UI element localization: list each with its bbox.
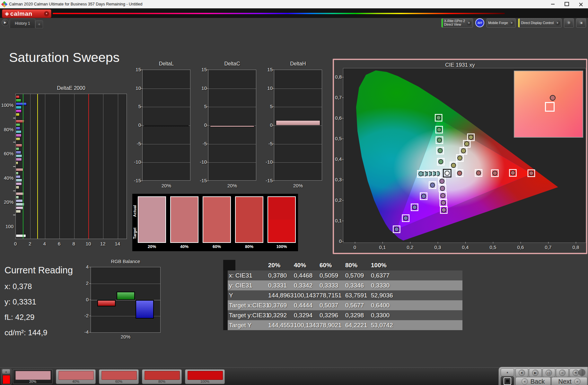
current-reading-block: Current Reading x: 0,378y: 0,3331fL: 42,…: [4, 265, 73, 337]
display-popup-button[interactable]: ▲: [501, 368, 514, 376]
current-patch-swatch: [3, 375, 10, 384]
cie-ytick: [342, 77, 344, 77]
deltae-xtick-label: 10: [84, 241, 92, 246]
deltae-refline: [23, 94, 23, 239]
inset-target-point-icon: [545, 102, 555, 112]
next-button[interactable]: Next »: [551, 377, 587, 385]
pattern-window-button[interactable]: [501, 376, 514, 385]
patch-button-100%[interactable]: 100%: [185, 369, 225, 384]
patch-popup-button[interactable]: ▲: [2, 369, 10, 374]
gridline: [208, 89, 256, 89]
mini-ytick: [273, 70, 274, 70]
mini-ytick: [141, 162, 143, 162]
mini-ytick-label: 0: [197, 122, 207, 128]
deltae-bar-60%-4: [16, 158, 22, 161]
mini-xlabel: 20%: [208, 183, 256, 188]
play-button[interactable]: ▶: [529, 368, 542, 377]
patch-button-60%[interactable]: 60%: [99, 369, 139, 384]
mini-ytick: [207, 162, 208, 162]
meter-dropdown[interactable]: X-Rite i1Pro 2Direct View ▼: [441, 18, 473, 28]
deltae-ytick: [13, 166, 15, 167]
mini-ytick-label: 15: [262, 67, 273, 72]
calman-logo-text: calman: [10, 10, 32, 17]
next-label: Next: [558, 378, 571, 385]
deltae-refline: [37, 94, 38, 239]
row-label: Target Y: [228, 322, 268, 329]
stop-icon: ■: [519, 370, 525, 376]
settings-button[interactable]: ⚙: [564, 18, 574, 28]
rgb-ytick: [89, 332, 91, 332]
patch-swatch: [15, 371, 51, 380]
row-gutter: [223, 310, 228, 320]
rgb-ytick: [89, 283, 91, 284]
table-cell: 0,4468: [294, 272, 320, 279]
table-cell: 0,3780: [268, 272, 294, 279]
row-gutter: [223, 290, 228, 300]
minimize-icon: [551, 4, 555, 4]
bottom-bar: ▲ 20%40%60%80%100% ▲ ■ ▶ [·] ∞ ⟲ « Back …: [0, 367, 588, 385]
deltae-bar-40%-4: [16, 182, 22, 185]
cie-xtick: [438, 242, 438, 244]
stop-button[interactable]: ■: [515, 368, 528, 377]
minimize-button[interactable]: [546, 0, 560, 8]
table-cell: 144,8963: [268, 292, 294, 299]
table-cell: 144,4553: [268, 322, 294, 329]
gridline: [274, 162, 322, 163]
tab-label: History 1: [15, 21, 30, 26]
row-label: Target x:CIE31: [228, 302, 268, 309]
maximize-button[interactable]: [560, 0, 574, 8]
meter-count-badge[interactable]: 227: [475, 18, 484, 27]
rgb-balance-chart: [91, 267, 161, 333]
continuous-measure-button[interactable]: ∞: [556, 368, 569, 377]
row-gutter: [223, 300, 228, 310]
mini-ytick: [207, 125, 208, 125]
back-button[interactable]: « Back: [515, 377, 551, 385]
table-cell: 0,3296: [320, 312, 345, 319]
deltae-bar-60%-2: [16, 151, 21, 154]
table-cell: 78,7151: [320, 292, 345, 299]
calman-menu-button[interactable]: ◈ calman ▼: [2, 9, 51, 18]
deltae-bar-80%-4: [16, 134, 22, 137]
deltae-ytick: [13, 215, 15, 215]
patch-label: 60%: [99, 380, 138, 383]
mini-bar-DeltaC: [210, 125, 254, 127]
collapse-panel-button[interactable]: ◀: [576, 18, 586, 28]
row-gutter: [223, 270, 228, 280]
back-label: Back: [531, 378, 545, 385]
deltae-xtick-label: 6: [55, 241, 63, 246]
cie-ytick-label: 0,3: [334, 177, 342, 182]
badge-value: 227: [478, 21, 482, 24]
table-row: Target x:CIE310,37690,44440,50370,56770,…: [223, 300, 462, 310]
swatch-label-40%: 40%: [170, 244, 198, 249]
table-corner-cell: [223, 260, 235, 270]
mini-ytick: [141, 107, 143, 107]
add-tab-button[interactable]: +: [35, 20, 43, 28]
table-header-row: 20%40%60%80%100%: [223, 260, 462, 270]
cie-xtick-label: 0,6: [514, 244, 527, 250]
calman-diamond-icon: ◈: [5, 11, 9, 16]
table-cell: 63,7591: [345, 292, 371, 299]
rgb-ytick: [89, 300, 91, 300]
tab-scroll-button[interactable]: ▶: [2, 19, 9, 26]
table-cell: 52,9036: [371, 292, 397, 299]
single-measure-button[interactable]: [·]: [542, 368, 555, 377]
mini-chart-title-DeltaC: DeltaC: [208, 61, 256, 67]
cie-xtick-label: 0,4: [459, 244, 472, 250]
patch-label: 80%: [142, 380, 181, 383]
gridline: [45, 94, 45, 239]
patch-button-80%[interactable]: 80%: [142, 369, 182, 384]
close-button[interactable]: [574, 0, 588, 8]
tab-history-1[interactable]: History 1: [10, 19, 35, 28]
source-dropdown[interactable]: Mobile Forge ▼: [487, 18, 516, 28]
row-label: y: CIE31: [228, 282, 268, 289]
rgb-bar-green: [117, 292, 135, 300]
patch-button-20%[interactable]: 20%: [13, 369, 53, 384]
reading-x: x: 0,378: [4, 282, 73, 291]
mini-ytick-label: -15: [197, 178, 207, 183]
cie-xtick: [410, 242, 410, 244]
patch-button-40%[interactable]: 40%: [56, 369, 96, 384]
gridline: [274, 125, 322, 126]
row-label: x: CIE31: [228, 272, 268, 279]
deltae-bar-80%-3: [16, 130, 22, 133]
display-control-dropdown[interactable]: Direct Display Control ▼: [518, 18, 562, 28]
